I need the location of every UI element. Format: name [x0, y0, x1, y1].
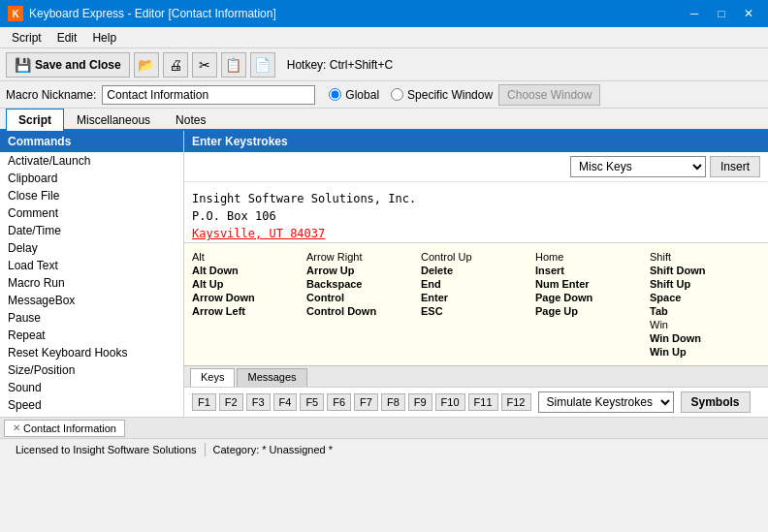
- command-sound[interactable]: Sound: [0, 379, 183, 396]
- f4-button[interactable]: F4: [273, 393, 298, 411]
- key-backspace[interactable]: Backspace: [306, 278, 417, 290]
- command-delay[interactable]: Delay: [0, 239, 183, 257]
- page-tabs-row: Keys Messages: [184, 365, 768, 387]
- key-enter[interactable]: Enter: [421, 292, 531, 303]
- close-button[interactable]: ✕: [737, 5, 760, 22]
- command-swap-file[interactable]: Swap File: [0, 414, 183, 417]
- f1-button[interactable]: F1: [192, 393, 216, 411]
- key-end[interactable]: End: [421, 278, 531, 290]
- f11-button[interactable]: F11: [468, 393, 498, 411]
- f6-button[interactable]: F6: [327, 393, 351, 411]
- f3-button[interactable]: F3: [246, 393, 271, 411]
- title-controls: ─ □ ✕: [683, 5, 760, 22]
- copy-button[interactable]: 📋: [221, 52, 246, 78]
- f9-button[interactable]: F9: [408, 393, 432, 411]
- simulate-keystrokes-select[interactable]: Simulate Keystrokes: [538, 391, 674, 413]
- command-macro-run[interactable]: Macro Run: [0, 274, 183, 292]
- symbols-button[interactable]: Symbols: [681, 391, 751, 413]
- command-date-time[interactable]: Date/Time: [0, 222, 183, 239]
- command-pause[interactable]: Pause: [0, 309, 183, 327]
- keystrokes-panel: Enter Keystrokes Misc Keys Insert Insigh…: [184, 131, 768, 417]
- key-insert[interactable]: Insert: [535, 265, 646, 276]
- print-button[interactable]: 🖨: [163, 52, 188, 78]
- macro-nickname-label: Macro Nickname:: [6, 88, 96, 102]
- command-activate-launch[interactable]: Activate/Launch: [0, 152, 183, 170]
- misc-keys-select[interactable]: Misc Keys: [570, 156, 706, 177]
- key-arrow-down[interactable]: Arrow Down: [192, 292, 303, 303]
- key-alt-down[interactable]: Alt Down: [192, 265, 303, 276]
- key-space[interactable]: Space: [650, 292, 760, 303]
- key-shift-up[interactable]: Shift Up: [650, 278, 760, 290]
- bottom-tab-contact-information[interactable]: ✕ Contact Information: [4, 420, 125, 437]
- key-empty-1: [192, 319, 303, 330]
- key-control-down[interactable]: Control Down: [306, 305, 417, 317]
- bottom-tab-close-icon[interactable]: ✕: [13, 422, 20, 433]
- choose-window-button[interactable]: Choose Window: [498, 84, 600, 106]
- keystrokes-toolbar: Misc Keys Insert: [184, 152, 768, 182]
- open-button[interactable]: 📂: [134, 52, 159, 78]
- maximize-button[interactable]: □: [710, 5, 733, 22]
- f8-button[interactable]: F8: [381, 393, 405, 411]
- key-control[interactable]: Control: [306, 292, 417, 303]
- global-radio-label[interactable]: Global: [329, 88, 379, 102]
- tab-script[interactable]: Script: [6, 109, 64, 131]
- key-tab[interactable]: Tab: [650, 305, 760, 317]
- commands-header: Commands: [0, 131, 183, 152]
- key-esc[interactable]: ESC: [421, 305, 531, 317]
- key-win[interactable]: Win: [650, 319, 760, 330]
- command-speed[interactable]: Speed: [0, 396, 183, 414]
- command-messagebox[interactable]: MessageBox: [0, 292, 183, 309]
- key-alt[interactable]: Alt: [192, 251, 303, 263]
- key-arrow-up[interactable]: Arrow Up: [306, 265, 417, 276]
- key-page-down[interactable]: Page Down: [535, 292, 646, 303]
- key-home[interactable]: Home: [535, 251, 646, 263]
- menu-help[interactable]: Help: [84, 29, 124, 46]
- tab-notes[interactable]: Notes: [163, 109, 218, 131]
- command-repeat[interactable]: Repeat: [0, 327, 183, 344]
- key-page-up[interactable]: Page Up: [535, 305, 646, 317]
- command-comment[interactable]: Comment: [0, 204, 183, 222]
- macro-nickname-input[interactable]: [102, 85, 315, 105]
- command-size-position[interactable]: Size/Position: [0, 361, 183, 379]
- bottom-tab-label: Contact Information: [23, 422, 116, 434]
- save-close-button[interactable]: 💾 Save and Close: [6, 52, 130, 78]
- menu-edit[interactable]: Edit: [49, 29, 85, 46]
- cut-button[interactable]: ✂: [192, 52, 217, 78]
- command-reset-keyboard-hooks[interactable]: Reset Keyboard Hooks: [0, 344, 183, 361]
- text-line-2: Kaysville, UT 84037: [192, 225, 760, 242]
- title-bar: K Keyboard Express - Editor [Contact Inf…: [0, 0, 768, 27]
- command-close-file[interactable]: Close File: [0, 187, 183, 204]
- key-empty-2: [306, 319, 417, 330]
- insert-button[interactable]: Insert: [710, 156, 760, 177]
- f2-button[interactable]: F2: [219, 393, 243, 411]
- key-num-enter[interactable]: Num Enter: [535, 278, 646, 290]
- key-arrow-right[interactable]: Arrow Right: [306, 251, 417, 263]
- page-tab-messages[interactable]: Messages: [237, 368, 306, 387]
- f12-button[interactable]: F12: [501, 393, 531, 411]
- specific-window-radio-label[interactable]: Specific Window: [391, 88, 493, 102]
- global-radio[interactable]: [329, 88, 341, 101]
- command-load-text[interactable]: Load Text: [0, 257, 183, 274]
- f7-button[interactable]: F7: [354, 393, 378, 411]
- key-alt-up[interactable]: Alt Up: [192, 278, 303, 290]
- specific-window-radio[interactable]: [391, 88, 403, 101]
- page-tab-keys[interactable]: Keys: [190, 368, 235, 387]
- paste-button[interactable]: 📄: [250, 52, 275, 78]
- command-clipboard[interactable]: Clipboard: [0, 170, 183, 187]
- key-control-up[interactable]: Control Up: [421, 251, 531, 263]
- key-shift-down[interactable]: Shift Down: [650, 265, 760, 276]
- key-empty-7: [421, 332, 531, 344]
- key-arrow-left[interactable]: Arrow Left: [192, 305, 303, 317]
- f5-button[interactable]: F5: [300, 393, 324, 411]
- f10-button[interactable]: F10: [435, 393, 465, 411]
- key-delete[interactable]: Delete: [421, 265, 531, 276]
- minimize-button[interactable]: ─: [683, 5, 706, 22]
- text-area-zone[interactable]: Insight Software Solutions, Inc. P.O. Bo…: [184, 182, 768, 242]
- key-empty-6: [306, 332, 417, 344]
- key-win-up[interactable]: Win Up: [650, 346, 760, 358]
- tab-miscellaneous[interactable]: Miscellaneous: [64, 109, 163, 131]
- menu-script[interactable]: Script: [4, 29, 49, 46]
- key-shift[interactable]: Shift: [650, 251, 760, 263]
- status-licensed: Licensed to Insight Software Solutions: [8, 444, 205, 455]
- key-win-down[interactable]: Win Down: [650, 332, 760, 344]
